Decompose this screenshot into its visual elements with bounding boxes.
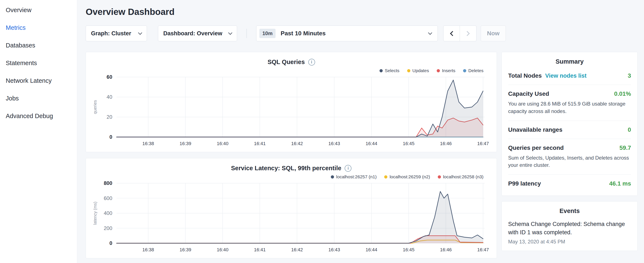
legend-item[interactable]: Selects [380, 68, 400, 73]
svg-text:16:38: 16:38 [142, 141, 154, 146]
svg-text:600: 600 [104, 195, 112, 201]
summary-panel-title: Summary [508, 58, 631, 65]
event-item: Schema Change Completed: Schema change w… [508, 216, 631, 245]
summary-line: P99 latency46.1 ms [508, 180, 631, 187]
time-window-label: Past 10 Minutes [281, 30, 326, 37]
summary-value: 0 [628, 126, 631, 133]
chart-plot-area: 16:3816:3916:4016:4116:4216:4316:4416:45… [92, 74, 490, 148]
svg-text:16:46: 16:46 [440, 247, 452, 252]
info-icon[interactable] [308, 59, 315, 66]
time-next-button[interactable] [460, 26, 476, 41]
summary-label: Capacity Used [508, 90, 549, 97]
view-nodes-link[interactable]: View nodes list [545, 73, 586, 79]
summary-line: Unavailable ranges0 [508, 126, 631, 133]
svg-text:16:47: 16:47 [477, 247, 489, 252]
svg-text:16:44: 16:44 [366, 247, 377, 252]
chevron-down-icon [428, 31, 432, 35]
svg-text:16:43: 16:43 [328, 247, 340, 252]
summary-description: Sum of Selects, Updates, Inserts, and De… [508, 154, 631, 169]
divider [246, 29, 247, 38]
legend-label: localhost:26259 (n2) [390, 174, 430, 179]
time-prev-button[interactable] [443, 26, 460, 41]
summary-label: P99 latency [508, 180, 541, 187]
summary-value: 0.01% [614, 90, 631, 97]
summary-row: Capacity Used0.01%You are using 28.6 MiB… [508, 85, 631, 121]
sidebar-nav: OverviewMetricsDatabasesStatementsNetwor… [0, 0, 77, 263]
svg-text:16:45: 16:45 [403, 247, 414, 252]
svg-text:16:42: 16:42 [291, 141, 303, 146]
svg-text:400: 400 [104, 210, 112, 216]
service-latency-chart-card: Service Latency: SQL, 99th percentile lo… [86, 158, 497, 258]
sidebar-item-metrics[interactable]: Metrics [0, 19, 77, 37]
legend-item[interactable]: Inserts [437, 68, 456, 73]
summary-value: 3 [628, 72, 631, 79]
svg-text:16:41: 16:41 [254, 247, 266, 252]
time-step-buttons [443, 26, 476, 41]
summary-row: P99 latency46.1 ms [508, 175, 631, 190]
legend-item[interactable]: localhost:26257 (n1) [331, 174, 376, 179]
chart-legend: localhost:26257 (n1)localhost:26259 (n2)… [92, 174, 484, 179]
svg-text:40: 40 [106, 94, 112, 100]
sql-queries-chart-card: SQL Queries SelectsUpdatesInsertsDeletes… [86, 52, 497, 152]
legend-item[interactable]: localhost:26259 (n2) [384, 174, 430, 179]
controls-row: Graph: Cluster Dashboard: Overview 10m P… [86, 26, 638, 41]
sidebar-item-network-latency[interactable]: Network Latency [0, 72, 77, 90]
chevron-down-icon [228, 31, 232, 35]
svg-text:20: 20 [106, 114, 112, 120]
sidebar-item-jobs[interactable]: Jobs [0, 90, 77, 107]
page-title: Overview Dashboard [86, 7, 638, 17]
info-icon[interactable] [345, 165, 352, 172]
chart-legend: SelectsUpdatesInsertsDeletes [92, 68, 484, 73]
charts-column: SQL Queries SelectsUpdatesInsertsDeletes… [86, 52, 497, 263]
summary-label: Queries per second [508, 144, 564, 151]
svg-text:800: 800 [104, 180, 112, 186]
svg-text:16:46: 16:46 [440, 141, 452, 146]
svg-text:0: 0 [110, 134, 112, 140]
chart-title: SQL Queries [268, 59, 305, 66]
dashboard-dropdown-label: Dashboard: Overview [163, 30, 222, 37]
time-window-dropdown[interactable]: 10m Past 10 Minutes [256, 26, 438, 41]
svg-text:16:40: 16:40 [217, 247, 228, 252]
legend-item[interactable]: localhost:26258 (n3) [438, 174, 484, 179]
sidebar-item-statements[interactable]: Statements [0, 54, 77, 72]
summary-value: 46.1 ms [609, 180, 631, 187]
legend-item[interactable]: Deletes [463, 68, 484, 73]
legend-dot [407, 69, 410, 72]
summary-row: Total NodesView nodes list3 [508, 67, 631, 85]
svg-text:16:42: 16:42 [291, 247, 303, 252]
chevron-right-icon [464, 31, 470, 36]
svg-text:0: 0 [110, 240, 112, 246]
graph-dropdown[interactable]: Graph: Cluster [86, 26, 147, 41]
now-button[interactable]: Now [481, 26, 506, 41]
chart-title: Service Latency: SQL, 99th percentile [231, 165, 342, 172]
sidebar-item-advanced-debug[interactable]: Advanced Debug [0, 107, 77, 125]
events-list: Schema Change Completed: Schema change w… [508, 216, 631, 245]
legend-dot [437, 69, 440, 72]
svg-text:16:43: 16:43 [328, 141, 340, 146]
summary-value: 59.7 [620, 144, 631, 151]
chart-svg: 16:3816:3916:4016:4116:4216:4316:4416:45… [92, 74, 490, 148]
time-window-badge: 10m [260, 29, 276, 38]
svg-text:latency (ms): latency (ms) [93, 202, 98, 225]
legend-dot [384, 175, 388, 178]
summary-panel: Summary Total NodesView nodes list3Capac… [502, 52, 638, 196]
summary-rows: Total NodesView nodes list3Capacity Used… [508, 67, 631, 190]
summary-line: Capacity Used0.01% [508, 90, 631, 97]
legend-label: Selects [385, 68, 400, 73]
side-column: Summary Total NodesView nodes list3Capac… [502, 52, 638, 256]
summary-row: Queries per second59.7Sum of Selects, Up… [508, 139, 631, 175]
dashboard-body: SQL Queries SelectsUpdatesInsertsDeletes… [86, 52, 638, 263]
svg-text:queries: queries [93, 100, 98, 114]
legend-dot [331, 175, 334, 178]
svg-text:16:39: 16:39 [180, 141, 191, 146]
summary-line: Queries per second59.7 [508, 144, 631, 151]
legend-label: Updates [412, 68, 429, 73]
svg-text:16:39: 16:39 [180, 247, 191, 252]
summary-line: Total NodesView nodes list3 [508, 72, 631, 79]
sidebar-item-overview[interactable]: Overview [0, 1, 77, 19]
legend-label: localhost:26257 (n1) [336, 174, 376, 179]
svg-text:200: 200 [104, 225, 112, 231]
sidebar-item-databases[interactable]: Databases [0, 37, 77, 54]
legend-item[interactable]: Updates [407, 68, 429, 73]
dashboard-dropdown[interactable]: Dashboard: Overview [158, 26, 237, 41]
